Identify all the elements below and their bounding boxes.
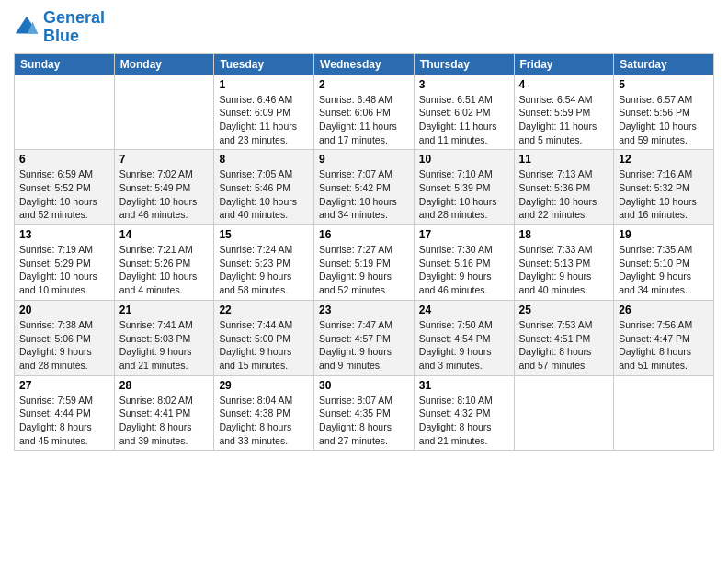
- day-number: 28: [119, 379, 210, 392]
- page-header: General Blue: [14, 9, 714, 46]
- day-detail: Sunrise: 7:41 AMSunset: 5:03 PMDaylight:…: [119, 319, 193, 371]
- day-number: 14: [119, 228, 210, 241]
- day-detail: Sunrise: 8:07 AMSunset: 4:35 PMDaylight:…: [319, 395, 392, 446]
- day-number: 21: [119, 304, 210, 316]
- calendar-day-cell: 23 Sunrise: 7:47 AMSunset: 4:57 PMDaylig…: [314, 300, 415, 375]
- day-detail: Sunrise: 7:02 AMSunset: 5:49 PMDaylight:…: [119, 168, 198, 220]
- weekday-header-friday: Friday: [514, 53, 614, 75]
- logo-blue: Blue: [43, 27, 79, 45]
- calendar-day-cell: 8 Sunrise: 7:05 AMSunset: 5:46 PMDayligh…: [214, 150, 314, 225]
- calendar-day-cell: 10 Sunrise: 7:10 AMSunset: 5:39 PMDaylig…: [414, 150, 514, 225]
- calendar-day-cell: 9 Sunrise: 7:07 AMSunset: 5:42 PMDayligh…: [314, 150, 415, 225]
- calendar-day-cell: 26 Sunrise: 7:56 AMSunset: 4:47 PMDaylig…: [614, 300, 714, 375]
- day-detail: Sunrise: 7:56 AMSunset: 4:47 PMDaylight:…: [619, 319, 692, 371]
- weekday-header-saturday: Saturday: [614, 53, 714, 75]
- day-detail: Sunrise: 7:35 AMSunset: 5:10 PMDaylight:…: [619, 244, 692, 295]
- day-detail: Sunrise: 7:30 AMSunset: 5:16 PMDaylight:…: [419, 244, 493, 295]
- weekday-header-thursday: Thursday: [414, 53, 514, 75]
- day-detail: Sunrise: 8:02 AMSunset: 4:41 PMDaylight:…: [119, 395, 193, 446]
- day-detail: Sunrise: 7:21 AMSunset: 5:26 PMDaylight:…: [119, 244, 198, 295]
- calendar-day-cell: 31 Sunrise: 8:10 AMSunset: 4:32 PMDaylig…: [414, 375, 514, 451]
- weekday-header-sunday: Sunday: [15, 53, 115, 75]
- day-number: 9: [319, 153, 409, 166]
- day-detail: Sunrise: 6:57 AMSunset: 5:56 PMDaylight:…: [619, 94, 697, 145]
- day-detail: Sunrise: 7:24 AMSunset: 5:23 PMDaylight:…: [219, 244, 292, 295]
- day-detail: Sunrise: 8:10 AMSunset: 4:32 PMDaylight:…: [419, 395, 493, 446]
- calendar-day-cell: 7 Sunrise: 7:02 AMSunset: 5:49 PMDayligh…: [114, 150, 214, 225]
- day-detail: Sunrise: 7:10 AMSunset: 5:39 PMDaylight:…: [419, 168, 497, 220]
- calendar-day-cell: 6 Sunrise: 6:59 AMSunset: 5:52 PMDayligh…: [15, 150, 115, 225]
- calendar-day-cell: 20 Sunrise: 7:38 AMSunset: 5:06 PMDaylig…: [15, 300, 115, 375]
- calendar-day-cell: 14 Sunrise: 7:21 AMSunset: 5:26 PMDaylig…: [114, 225, 214, 301]
- day-number: 23: [319, 304, 409, 316]
- day-detail: Sunrise: 6:46 AMSunset: 6:09 PMDaylight:…: [219, 94, 297, 145]
- calendar-day-cell: 30 Sunrise: 8:07 AMSunset: 4:35 PMDaylig…: [314, 375, 415, 451]
- logo-general: General: [43, 8, 105, 27]
- day-detail: Sunrise: 7:59 AMSunset: 4:44 PMDaylight:…: [19, 395, 93, 446]
- calendar-day-cell: [114, 75, 214, 150]
- calendar-week-row: 20 Sunrise: 7:38 AMSunset: 5:06 PMDaylig…: [15, 300, 714, 375]
- calendar-day-cell: 28 Sunrise: 8:02 AMSunset: 4:41 PMDaylig…: [114, 375, 214, 451]
- calendar-week-row: 27 Sunrise: 7:59 AMSunset: 4:44 PMDaylig…: [15, 375, 714, 451]
- day-number: 5: [619, 78, 709, 91]
- calendar-day-cell: 17 Sunrise: 7:30 AMSunset: 5:16 PMDaylig…: [414, 225, 514, 301]
- weekday-header-row: SundayMondayTuesdayWednesdayThursdayFrid…: [15, 53, 714, 75]
- calendar-day-cell: 25 Sunrise: 7:53 AMSunset: 4:51 PMDaylig…: [514, 300, 614, 375]
- day-number: 12: [619, 153, 709, 166]
- calendar-day-cell: 21 Sunrise: 7:41 AMSunset: 5:03 PMDaylig…: [114, 300, 214, 375]
- calendar-day-cell: 2 Sunrise: 6:48 AMSunset: 6:06 PMDayligh…: [314, 75, 415, 150]
- weekday-header-wednesday: Wednesday: [314, 53, 415, 75]
- day-detail: Sunrise: 7:53 AMSunset: 4:51 PMDaylight:…: [519, 319, 593, 371]
- calendar-day-cell: 3 Sunrise: 6:51 AMSunset: 6:02 PMDayligh…: [414, 75, 514, 150]
- calendar-day-cell: 4 Sunrise: 6:54 AMSunset: 5:59 PMDayligh…: [514, 75, 614, 150]
- day-detail: Sunrise: 7:33 AMSunset: 5:13 PMDaylight:…: [519, 244, 593, 295]
- calendar-day-cell: 15 Sunrise: 7:24 AMSunset: 5:23 PMDaylig…: [214, 225, 314, 301]
- calendar-day-cell: 13 Sunrise: 7:19 AMSunset: 5:29 PMDaylig…: [15, 225, 115, 301]
- day-number: 30: [319, 379, 409, 392]
- day-number: 10: [419, 153, 509, 166]
- day-number: 25: [519, 304, 609, 316]
- weekday-header-monday: Monday: [114, 53, 214, 75]
- page-container: General Blue SundayMondayTuesdayWednesda…: [0, 0, 728, 563]
- day-detail: Sunrise: 7:27 AMSunset: 5:19 PMDaylight:…: [319, 244, 392, 295]
- day-detail: Sunrise: 6:48 AMSunset: 6:06 PMDaylight:…: [319, 94, 397, 145]
- day-number: 31: [419, 379, 509, 392]
- day-number: 2: [319, 78, 409, 91]
- day-detail: Sunrise: 7:07 AMSunset: 5:42 PMDaylight:…: [319, 168, 397, 220]
- day-detail: Sunrise: 8:04 AMSunset: 4:38 PMDaylight:…: [219, 395, 292, 446]
- day-number: 6: [19, 153, 109, 166]
- day-number: 15: [219, 228, 309, 241]
- weekday-header-tuesday: Tuesday: [214, 53, 314, 75]
- logo: General Blue: [14, 9, 105, 46]
- calendar-day-cell: 22 Sunrise: 7:44 AMSunset: 5:00 PMDaylig…: [214, 300, 314, 375]
- calendar-day-cell: 11 Sunrise: 7:13 AMSunset: 5:36 PMDaylig…: [514, 150, 614, 225]
- day-number: 27: [19, 379, 109, 392]
- calendar-day-cell: 12 Sunrise: 7:16 AMSunset: 5:32 PMDaylig…: [614, 150, 714, 225]
- day-number: 3: [419, 78, 509, 91]
- day-number: 11: [519, 153, 609, 166]
- day-number: 20: [19, 304, 109, 316]
- day-number: 1: [219, 78, 309, 91]
- day-detail: Sunrise: 7:44 AMSunset: 5:00 PMDaylight:…: [219, 319, 292, 371]
- day-number: 4: [519, 78, 609, 91]
- day-number: 26: [619, 304, 709, 316]
- day-detail: Sunrise: 7:50 AMSunset: 4:54 PMDaylight:…: [419, 319, 493, 371]
- day-detail: Sunrise: 7:16 AMSunset: 5:32 PMDaylight:…: [619, 168, 697, 220]
- calendar-day-cell: 5 Sunrise: 6:57 AMSunset: 5:56 PMDayligh…: [614, 75, 714, 150]
- day-detail: Sunrise: 7:47 AMSunset: 4:57 PMDaylight:…: [319, 319, 392, 371]
- day-detail: Sunrise: 6:54 AMSunset: 5:59 PMDaylight:…: [519, 94, 597, 145]
- calendar-day-cell: 24 Sunrise: 7:50 AMSunset: 4:54 PMDaylig…: [414, 300, 514, 375]
- day-number: 18: [519, 228, 609, 241]
- day-detail: Sunrise: 7:13 AMSunset: 5:36 PMDaylight:…: [519, 168, 597, 220]
- calendar-week-row: 1 Sunrise: 6:46 AMSunset: 6:09 PMDayligh…: [15, 75, 714, 150]
- day-number: 8: [219, 153, 309, 166]
- calendar-day-cell: 16 Sunrise: 7:27 AMSunset: 5:19 PMDaylig…: [314, 225, 415, 301]
- day-number: 16: [319, 228, 409, 241]
- calendar-week-row: 13 Sunrise: 7:19 AMSunset: 5:29 PMDaylig…: [15, 225, 714, 301]
- day-number: 19: [619, 228, 709, 241]
- logo-icon: [14, 15, 40, 40]
- day-detail: Sunrise: 7:38 AMSunset: 5:06 PMDaylight:…: [19, 319, 93, 371]
- day-number: 29: [219, 379, 309, 392]
- calendar-day-cell: [15, 75, 115, 150]
- day-detail: Sunrise: 6:51 AMSunset: 6:02 PMDaylight:…: [419, 94, 497, 145]
